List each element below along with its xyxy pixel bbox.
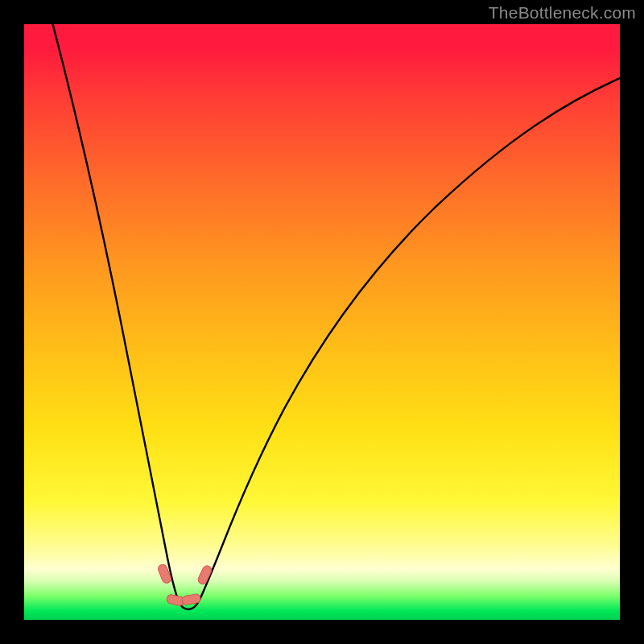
- bottleneck-curve: [44, 24, 620, 609]
- plot-area: [24, 24, 620, 620]
- chart-svg: [24, 24, 620, 620]
- watermark-text: TheBottleneck.com: [489, 3, 636, 23]
- outer-frame: TheBottleneck.com: [0, 0, 644, 644]
- marker-group: [157, 564, 213, 607]
